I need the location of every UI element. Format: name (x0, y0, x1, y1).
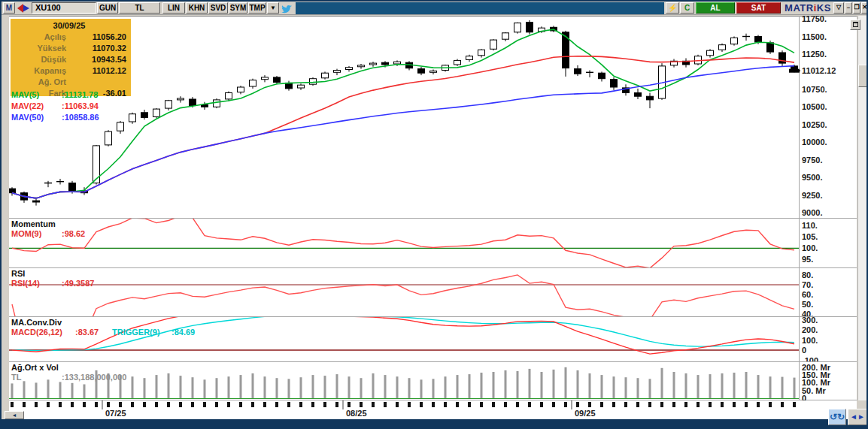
axis-tick-label: 90. (802, 267, 813, 268)
currency-button[interactable]: TL (119, 2, 160, 14)
page-nav-button[interactable]: ◄► (848, 409, 867, 425)
axis-tick-label: 11250. (802, 50, 827, 59)
info-label: Açılış (12, 32, 66, 43)
sell-button[interactable]: SAT (736, 2, 781, 14)
rsi-panel-title: RSI (11, 269, 25, 278)
axis-tick-label: 70. (802, 280, 813, 289)
macd-axis: 300.200.100.0-100. (800, 317, 857, 361)
axis-tick-label: 9750. (802, 156, 823, 165)
axis-tick-label: 300. (802, 317, 818, 325)
axis-tick-label: 105. (802, 232, 818, 241)
x-axis-month-label: 09/25 (575, 409, 596, 418)
info-label: Düşük (12, 54, 66, 65)
rsi-value: :49.3587 (62, 279, 94, 288)
ohlc-info-box: 30/09/25 Açılış11056.20 Yüksek11070.32 D… (11, 19, 131, 96)
buy-button[interactable]: AL (696, 2, 735, 14)
axis-tick-label: 11012.12 (802, 66, 836, 75)
khn-button[interactable]: KHN (186, 2, 208, 14)
axis-tick-label: 40. (802, 310, 813, 316)
restore-icon (853, 22, 858, 27)
prev-next-icons: ◄► (850, 412, 865, 421)
volume-label: TL (11, 373, 21, 382)
axis-tick-label: 100. (802, 336, 818, 345)
momentum-panel-title: Momentum (11, 219, 56, 228)
lightning-button[interactable]: ⚡ (666, 2, 679, 14)
period-button[interactable]: GUN (97, 2, 118, 14)
axis-tick-label: 95. (802, 255, 813, 264)
trigger-value: :84.69 (171, 328, 195, 337)
info-value (66, 77, 126, 88)
macd-value: :83.67 (75, 328, 99, 337)
axis-tick-label: 200. (802, 325, 818, 334)
axis-tick-label: 10750. (802, 85, 827, 94)
axis-tick-label: 11750. (802, 16, 827, 23)
axis-tick-label: 100. (802, 243, 818, 252)
symbol-input[interactable]: XU100 (32, 2, 96, 14)
info-date: 30/09/25 (12, 20, 126, 32)
lin-button[interactable]: LIN (162, 2, 185, 14)
matriks-chart-window: M XU100 GUN TL LIN KHN SVD SYM TMP ▼ ⚡ C… (0, 0, 868, 429)
c-button[interactable]: C (680, 2, 694, 14)
volume-axis: 200. Mr150. Mr100. Mr50. Mr0 (800, 362, 857, 400)
momentum-axis: 110.105.100.95.90. (800, 219, 857, 267)
tmp-button[interactable]: TMP (248, 2, 266, 14)
axis-tick-label: 9250. (802, 191, 823, 200)
info-value: 11012.12 (66, 65, 126, 77)
close-button[interactable]: ✕ (861, 2, 868, 14)
axis-tick-label: 10000. (802, 137, 827, 147)
app-menu-button[interactable]: M (3, 2, 15, 14)
info-value: 11070.32 (66, 43, 126, 54)
info-value: 11056.20 (66, 32, 126, 43)
price-axis: 11750.11500.11250.10750.10500.10250.1000… (800, 16, 857, 218)
x-axis-month-label: 08/25 (346, 409, 367, 418)
axis-tick-label: 110. (802, 221, 818, 230)
minimize-button[interactable]: – (845, 2, 852, 14)
axis-tick-label: 10500. (802, 102, 827, 111)
mav50-value: :10858.86 (62, 113, 99, 122)
info-value: 10943.54 (66, 54, 126, 65)
refresh-button[interactable]: ↺↻ (828, 409, 846, 425)
maximize-button[interactable]: ❐ (853, 2, 860, 14)
refresh-icon: ↺↻ (830, 412, 845, 422)
chart-background (9, 16, 857, 419)
axis-tick-label: 9500. (802, 173, 823, 182)
mav22-value: :11063.94 (62, 101, 99, 110)
twitter-icon[interactable] (281, 4, 293, 17)
axis-tick-label: 11500. (802, 32, 827, 41)
axis-tick-label: 50. (802, 300, 813, 309)
matriks-brand: MATRiKS (782, 2, 833, 14)
svd-button[interactable]: SVD (208, 2, 228, 14)
macd-label: MACD(26,12) (11, 328, 62, 337)
mav5-legend: MAV(5) (11, 90, 39, 99)
sym-button[interactable]: SYM (229, 2, 247, 14)
toolbar-filler (296, 2, 664, 14)
info-label: Kapanış (12, 65, 66, 77)
vertical-scrollbar-thumb[interactable] (858, 65, 867, 87)
axis-tick-label: 10250. (802, 120, 827, 129)
mav22-legend: MAV(22) (11, 101, 44, 110)
matriks-logo-icon (17, 3, 30, 17)
axis-tick-label: 9000. (802, 208, 823, 217)
volume-panel-title: Ağ.Ort x Vol (11, 363, 59, 372)
chevron-down-icon[interactable]: ▼ (267, 2, 279, 14)
mav50-legend: MAV(50) (11, 113, 44, 122)
volume-value: :133,188,000,000 (62, 373, 126, 382)
x-axis-month-label: 07/25 (105, 409, 126, 418)
momentum-value: :98.62 (62, 229, 85, 238)
axis-tick-label: -100. (802, 356, 821, 362)
info-label: Yüksek (12, 43, 66, 54)
macd-panel-title: MA.Conv.Div (11, 318, 62, 327)
momentum-label: MOM(9) (11, 229, 41, 238)
rsi-axis: 80.70.60.50.40. (800, 268, 857, 316)
axis-tick-label: 0 (802, 394, 806, 400)
info-label: Ağ. Ort (12, 77, 66, 88)
chart-restore-button[interactable] (850, 20, 860, 30)
scroll-left-button[interactable]: ◄ (5, 411, 24, 419)
axis-tick-label: 0 (802, 346, 806, 355)
mav5-value: :11131.78 (62, 90, 98, 99)
bottom-bar (2, 419, 866, 429)
trigger-label: TRIGGER(9) (112, 328, 160, 337)
axis-tick-label: 60. (802, 290, 813, 299)
dropdown-control-icon[interactable]: ▽ (833, 2, 844, 14)
rsi-label: RSI(14) (11, 279, 40, 288)
